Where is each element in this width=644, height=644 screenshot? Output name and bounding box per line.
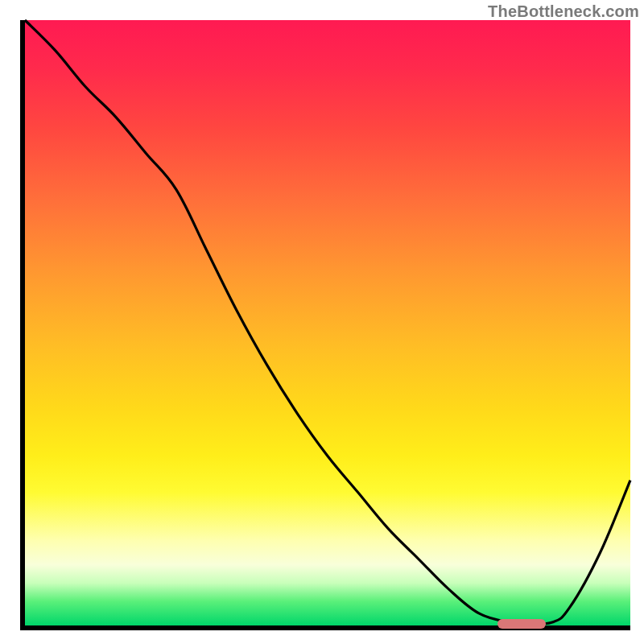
curve-path xyxy=(25,20,630,624)
bottleneck-curve xyxy=(25,20,630,625)
optimal-range-marker xyxy=(497,619,546,629)
plot-area xyxy=(20,20,630,630)
chart-container: TheBottleneck.com xyxy=(0,0,644,644)
watermark-text: TheBottleneck.com xyxy=(488,2,639,21)
